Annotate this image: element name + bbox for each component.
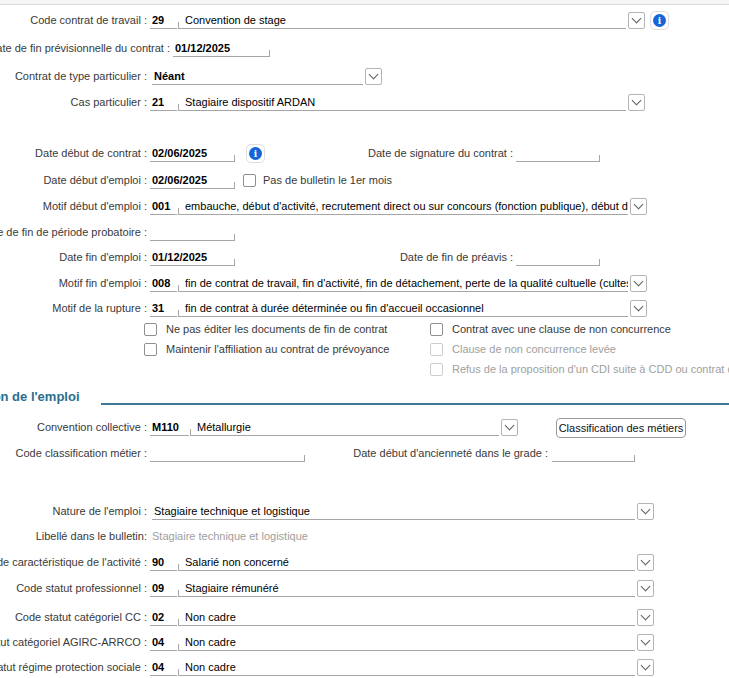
contrat-type-particulier-dropdown-button[interactable] bbox=[365, 68, 382, 85]
code-contrat-combobox[interactable]: Convention de stage bbox=[178, 13, 626, 29]
date-fin-preavis-input[interactable] bbox=[516, 250, 600, 266]
code-statut-cc-dropdown-button[interactable] bbox=[637, 609, 654, 626]
date-fin-previsionnelle-label: Date de fin prévisionnelle du contrat : bbox=[0, 40, 170, 57]
motif-debut-emploi-label: Motif début d'emploi : bbox=[43, 198, 147, 215]
date-fin-preavis-label: Date de fin de préavis : bbox=[400, 249, 513, 266]
code-caracteristique-combobox[interactable]: Salarié non concerné bbox=[178, 555, 635, 571]
code-statut-professionnel-code-input[interactable]: 09 bbox=[150, 581, 177, 597]
date-debut-contrat-input[interactable]: 02/06/2025 bbox=[150, 146, 235, 162]
nature-emploi-dropdown-button[interactable] bbox=[637, 503, 654, 520]
code-statut-agirc-combobox[interactable]: Non cadre bbox=[178, 635, 635, 651]
motif-fin-emploi-combobox[interactable]: fin de contrat de travail, fin d'activit… bbox=[178, 276, 628, 292]
nature-emploi-combobox[interactable]: Stagiaire technique et logistique bbox=[152, 504, 635, 520]
motif-debut-emploi-dropdown-button[interactable] bbox=[630, 198, 647, 215]
code-statut-professionnel-label: Code statut professionnel : bbox=[16, 580, 147, 597]
chevron-down-icon bbox=[641, 582, 651, 592]
code-statut-cc-code-input[interactable]: 02 bbox=[150, 610, 177, 626]
chevron-down-icon bbox=[505, 421, 515, 431]
contrat-clause-non-concurrence-checkbox[interactable] bbox=[430, 323, 443, 336]
convention-collective-combobox[interactable]: Métallurgie bbox=[190, 420, 499, 436]
row-nature-emploi: Nature de l'emploi : Stagiaire technique… bbox=[0, 503, 729, 520]
motif-rupture-dropdown-button[interactable] bbox=[630, 300, 647, 317]
convention-collective-code-input[interactable]: M110 bbox=[150, 420, 189, 436]
motif-rupture-code-input[interactable]: 31 bbox=[150, 301, 177, 317]
refus-proposition-cdi-label: Refus de la proposition d'un CDI suite à… bbox=[452, 361, 729, 378]
chevron-down-icon bbox=[641, 636, 651, 646]
convention-collective-dropdown-button[interactable] bbox=[501, 419, 518, 436]
row-date-fin-previsionnelle: Date de fin prévisionnelle du contrat : … bbox=[0, 40, 729, 57]
chevron-down-icon bbox=[632, 96, 642, 106]
code-contrat-info-button[interactable]: i bbox=[650, 11, 669, 30]
row-cas-particulier: Cas particulier : 21 Stagiaire dispositi… bbox=[0, 94, 729, 111]
date-fin-periode-probatoire-label: Date de fin de période probatoire : bbox=[0, 224, 147, 241]
code-statut-regime-label: Code statut régime protection sociale : bbox=[0, 659, 147, 676]
code-classification-label: Code classification métier : bbox=[16, 445, 147, 462]
date-fin-emploi-input[interactable]: 01/12/2025 bbox=[150, 250, 235, 266]
row-date-fin-periode-probatoire: Date de fin de période probatoire : bbox=[0, 224, 729, 241]
date-debut-emploi-label: Date début d'emploi : bbox=[43, 172, 147, 189]
code-statut-regime-dropdown-button[interactable] bbox=[637, 659, 654, 676]
row-checkboxes-3: Refus de la proposition d'un CDI suite à… bbox=[0, 361, 729, 378]
pas-de-bulletin-checkbox[interactable] bbox=[243, 174, 256, 187]
cas-particulier-label: Cas particulier : bbox=[71, 94, 147, 111]
motif-fin-emploi-dropdown-button[interactable] bbox=[630, 275, 647, 292]
code-caracteristique-dropdown-button[interactable] bbox=[637, 554, 654, 571]
motif-debut-emploi-code-input[interactable]: 001 bbox=[150, 199, 177, 215]
code-classification-input[interactable] bbox=[150, 446, 305, 462]
cas-particulier-dropdown-button[interactable] bbox=[628, 94, 645, 111]
row-date-debut-contrat: Date début de contrat : 02/06/2025 i Dat… bbox=[0, 145, 729, 162]
row-contrat-type-particulier: Contrat de type particulier : Néant bbox=[0, 68, 729, 85]
code-statut-cc-label: Code statut catégoriel CC : bbox=[15, 609, 147, 626]
motif-debut-emploi-combobox[interactable]: embauche, début d'activité, recrutement … bbox=[178, 199, 628, 215]
code-caracteristique-label: Code de caractéristique de l'activité : bbox=[0, 554, 147, 571]
row-convention-collective: Convention collective : M110 Métallurgie… bbox=[0, 419, 729, 436]
code-statut-agirc-code-input[interactable]: 04 bbox=[150, 635, 177, 651]
code-contrat-code-input[interactable]: 29 bbox=[150, 13, 177, 29]
maintenir-affiliation-checkbox[interactable] bbox=[144, 343, 157, 356]
code-statut-agirc-dropdown-button[interactable] bbox=[637, 634, 654, 651]
ne-pas-editer-checkbox[interactable] bbox=[144, 323, 157, 336]
nature-emploi-label: Nature de l'emploi : bbox=[53, 503, 147, 520]
chevron-down-icon bbox=[369, 70, 379, 80]
row-motif-fin-emploi: Motif fin d'emploi : 008 fin de contrat … bbox=[0, 275, 729, 292]
row-checkboxes-1: Ne pas éditer les documents de fin de co… bbox=[0, 321, 729, 338]
row-libelle-bulletin: Libellé dans le bulletin: Stagiaire tech… bbox=[0, 528, 729, 545]
clause-non-concurrence-levee-label: Clause de non concurrence levée bbox=[452, 341, 616, 358]
date-debut-contrat-label: Date début de contrat : bbox=[35, 145, 147, 162]
cas-particulier-combobox[interactable]: Stagiaire dispositif ARDAN bbox=[178, 95, 626, 111]
date-fin-previsionnelle-input[interactable]: 01/12/2025 bbox=[173, 41, 270, 57]
info-icon: i bbox=[653, 14, 666, 27]
chevron-down-icon bbox=[641, 661, 651, 671]
date-fin-periode-probatoire-input[interactable] bbox=[150, 225, 235, 241]
date-anciennete-grade-input[interactable] bbox=[552, 446, 635, 462]
cas-particulier-code-input[interactable]: 21 bbox=[150, 95, 177, 111]
motif-rupture-combobox[interactable]: fin de contrat à durée déterminée ou fin… bbox=[178, 301, 628, 317]
contrat-type-particulier-label: Contrat de type particulier : bbox=[15, 68, 147, 85]
chevron-down-icon bbox=[641, 611, 651, 621]
date-signature-input[interactable] bbox=[516, 146, 600, 162]
code-caracteristique-code-input[interactable]: 90 bbox=[150, 555, 177, 571]
code-statut-regime-code-input[interactable]: 04 bbox=[150, 660, 177, 676]
motif-fin-emploi-code-input[interactable]: 008 bbox=[150, 276, 177, 292]
code-statut-professionnel-combobox[interactable]: Stagiaire rémunéré bbox=[178, 581, 635, 597]
chevron-down-icon bbox=[634, 200, 644, 210]
code-contrat-dropdown-button[interactable] bbox=[628, 12, 645, 29]
date-anciennete-grade-label: Date début d'ancienneté dans le grade : bbox=[353, 445, 548, 462]
row-motif-debut-emploi: Motif début d'emploi : 001 embauche, déb… bbox=[0, 198, 729, 215]
maintenir-affiliation-label: Maintenir l'affiliation au contrat de pr… bbox=[166, 341, 389, 358]
motif-fin-emploi-label: Motif fin d'emploi : bbox=[59, 275, 147, 292]
chevron-down-icon bbox=[634, 277, 644, 287]
code-statut-professionnel-dropdown-button[interactable] bbox=[637, 580, 654, 597]
date-debut-emploi-input[interactable]: 02/06/2025 bbox=[150, 173, 235, 189]
code-statut-cc-combobox[interactable]: Non cadre bbox=[178, 610, 635, 626]
date-fin-emploi-label: Date fin d'emploi : bbox=[59, 249, 147, 266]
section-divider bbox=[101, 403, 729, 405]
code-statut-agirc-label: Code statut catégoriel AGIRC-ARRCO : bbox=[0, 634, 147, 651]
section-description-emploi: Description de l'emploi bbox=[0, 389, 729, 409]
contrat-type-particulier-combobox[interactable]: Néant bbox=[152, 69, 363, 85]
code-statut-regime-combobox[interactable]: Non cadre bbox=[178, 660, 635, 676]
classification-metiers-button[interactable]: Classification des métiers bbox=[556, 418, 686, 438]
pas-de-bulletin-label: Pas de bulletin le 1er mois bbox=[263, 172, 392, 189]
clause-non-concurrence-levee-checkbox bbox=[430, 343, 443, 356]
date-debut-contrat-info-button[interactable]: i bbox=[246, 144, 265, 163]
